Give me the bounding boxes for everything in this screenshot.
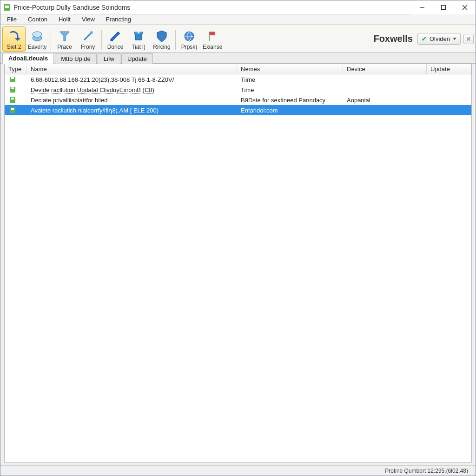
svg-line-8 xyxy=(84,33,92,40)
toolbtn-label: Rircing xyxy=(153,44,170,50)
toolbtn-prace[interactable]: Prace xyxy=(53,26,76,52)
menu-file[interactable]: File xyxy=(3,15,20,24)
table-row[interactable]: Devide racllution Updatal ClivduyExromB … xyxy=(5,85,471,95)
toolbtn-label: Donce xyxy=(107,44,124,50)
tab-adoallt[interactable]: AdoalLtieuals xyxy=(2,53,54,64)
cell-nemes: Time xyxy=(237,86,343,94)
cell-nemes: Entaridol:com xyxy=(237,106,343,115)
trash-icon xyxy=(132,30,145,43)
cell-update xyxy=(427,99,471,101)
cell-name: Deciate privalliisbtattfor biled xyxy=(27,96,237,105)
tab-update[interactable]: Update xyxy=(121,53,153,64)
svg-rect-17 xyxy=(11,77,14,79)
cell-type xyxy=(5,75,27,84)
svg-point-7 xyxy=(33,32,42,37)
status-text: Protine Qumbert 12:295.(6l02.48) xyxy=(380,467,473,475)
statusbar: Protine Qumbert 12:295.(6l02.48) xyxy=(0,465,476,476)
svg-rect-10 xyxy=(135,33,142,40)
svg-point-12 xyxy=(138,32,139,33)
toolbar-separator xyxy=(175,30,176,50)
cell-update xyxy=(427,89,471,91)
svg-point-9 xyxy=(90,31,93,34)
toolbtn-label: Tiat l) xyxy=(132,44,145,50)
arrow-icon xyxy=(7,30,20,43)
table-row[interactable]: Deciate privalliisbtattfor biledB9Dste f… xyxy=(5,95,471,105)
titlebar: Pnice-Pocturp Dully Sandiuse Soindoms xyxy=(0,0,476,14)
col-update[interactable]: Update xyxy=(427,64,471,74)
cell-name: 6.68-6012.88.168-221.20)23),38-008 Tj 66… xyxy=(27,75,237,84)
cell-nemes: B9Dste for sextineed Panndacy xyxy=(237,96,343,105)
app-icon xyxy=(3,4,11,11)
col-type[interactable]: Type xyxy=(5,64,27,74)
toolbar-separator xyxy=(51,30,51,50)
toolbtn-siet2[interactable]: Siet 2 xyxy=(2,26,26,52)
minimize-button[interactable] xyxy=(411,0,433,14)
menu-francting[interactable]: Francting xyxy=(102,15,135,24)
tabstrip: AdoalLtieuals Mtto Up:de Lifw Update xyxy=(0,53,476,64)
app-window: Pnice-Pocturp Dully Sandiuse Soindoms Fi… xyxy=(0,0,476,476)
toolbtn-exianse[interactable]: Exianse xyxy=(201,26,224,52)
cell-device: Aopanial xyxy=(343,96,427,105)
shield-icon xyxy=(155,30,168,43)
chevron-down-icon xyxy=(453,38,456,40)
cell-name: Devide racllution Updatal ClivduyExromB … xyxy=(27,86,237,94)
toolbtn-label: Eaverty xyxy=(28,44,47,50)
cell-device xyxy=(343,79,427,80)
menubar: File Conton Holit View Francting xyxy=(0,14,476,25)
toolbtn-rircing[interactable]: Rircing xyxy=(150,26,173,52)
svg-rect-15 xyxy=(210,32,215,35)
toolbtn-donce[interactable]: Donce xyxy=(104,26,127,52)
filter-icon xyxy=(58,30,71,43)
globe-icon xyxy=(183,30,196,43)
table-row[interactable]: 6.68-6012.88.168-221.20)23),38-008 Tj 66… xyxy=(5,74,471,85)
data-table: Type Name Nemes Device Update 6.68-6012.… xyxy=(4,64,472,463)
flag-icon xyxy=(206,30,219,43)
toolbtn-label: Siet 2 xyxy=(7,44,21,50)
brush-icon xyxy=(81,30,94,43)
tab-lifw[interactable]: Lifw xyxy=(98,53,120,64)
cube-icon xyxy=(31,30,44,43)
cell-nemes: Tiime xyxy=(237,75,343,84)
svg-rect-19 xyxy=(11,87,14,89)
brand-label: Foxwells xyxy=(373,33,412,44)
toolbtn-tiatl[interactable]: Tiat l) xyxy=(127,26,150,52)
toolbar: Siet 2 Eaverty Prace Frony Donce xyxy=(0,25,476,53)
col-nemes[interactable]: Nemes xyxy=(237,64,343,74)
cell-device xyxy=(343,109,427,111)
cell-type xyxy=(5,96,27,104)
cell-update xyxy=(427,79,471,80)
menu-conton[interactable]: Conton xyxy=(24,15,51,24)
svg-rect-3 xyxy=(442,6,446,10)
toolbtn-label: Prpsk) xyxy=(181,44,198,50)
tab-mtto[interactable]: Mtto Up:de xyxy=(55,53,97,64)
toolbtn-eaverty[interactable]: Eaverty xyxy=(26,26,49,52)
menu-view[interactable]: View xyxy=(78,15,99,24)
status-label: Olviden xyxy=(430,35,450,42)
maximize-button[interactable] xyxy=(433,0,454,14)
cell-name: Avaiete racllutich nialcorrfy/lfiƞ8).AM … xyxy=(27,106,237,115)
col-device[interactable]: Device xyxy=(343,64,427,74)
svg-rect-1 xyxy=(5,6,9,8)
toolbar-separator xyxy=(101,30,102,50)
close-button[interactable] xyxy=(454,0,476,14)
menu-holit[interactable]: Holit xyxy=(55,15,74,24)
toolbar-close-button[interactable]: ✕ xyxy=(463,34,474,44)
window-controls xyxy=(411,0,476,14)
toolbtn-label: Exianse xyxy=(203,44,223,50)
table-row[interactable]: Avaiete racllutich nialcorrfy/lfiƞ8).AM … xyxy=(5,105,471,115)
col-name[interactable]: Name xyxy=(27,64,237,74)
toolbtn-label: Frony xyxy=(81,44,95,50)
toolbtn-frony[interactable]: Frony xyxy=(76,26,99,52)
svg-rect-23 xyxy=(11,108,14,110)
status-dropdown[interactable]: ✔ Olviden xyxy=(417,33,461,45)
cell-type xyxy=(5,86,27,94)
window-title: Pnice-Pocturp Dully Sandiuse Soindoms xyxy=(13,4,411,11)
toolbtn-prpsk[interactable]: Prpsk) xyxy=(178,26,201,52)
cell-type xyxy=(5,106,27,114)
check-icon: ✔ xyxy=(422,35,427,42)
table-body: 6.68-6012.88.168-221.20)23),38-008 Tj 66… xyxy=(5,74,471,462)
cell-update xyxy=(427,109,471,111)
svg-rect-14 xyxy=(209,32,210,41)
pencil-icon xyxy=(109,30,122,43)
svg-rect-21 xyxy=(11,98,14,99)
